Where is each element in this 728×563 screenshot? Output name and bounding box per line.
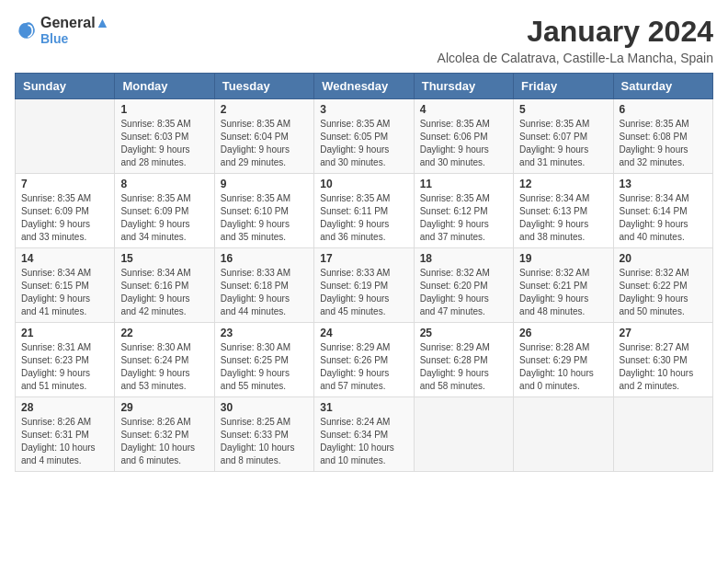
day-cell: 6Sunrise: 8:35 AM Sunset: 6:08 PM Daylig… [613,99,712,174]
week-row-3: 14Sunrise: 8:34 AM Sunset: 6:15 PM Dayli… [16,248,713,323]
day-cell: 11Sunrise: 8:35 AM Sunset: 6:12 PM Dayli… [414,174,513,248]
day-info: Sunrise: 8:26 AM Sunset: 6:32 PM Dayligh… [120,416,208,467]
day-cell: 17Sunrise: 8:33 AM Sunset: 6:19 PM Dayli… [314,248,414,323]
day-number: 5 [519,103,607,116]
day-info: Sunrise: 8:30 AM Sunset: 6:25 PM Dayligh… [221,341,308,393]
day-info: Sunrise: 8:34 AM Sunset: 6:14 PM Dayligh… [620,192,707,244]
day-info: Sunrise: 8:35 AM Sunset: 6:10 PM Dayligh… [221,192,308,244]
day-number: 6 [620,103,707,116]
day-info: Sunrise: 8:29 AM Sunset: 6:26 PM Dayligh… [320,341,407,393]
day-number: 14 [21,252,108,265]
day-number: 22 [120,327,208,339]
day-cell: 8Sunrise: 8:35 AM Sunset: 6:09 PM Daylig… [115,174,214,248]
day-number: 10 [320,178,407,190]
day-cell: 16Sunrise: 8:33 AM Sunset: 6:18 PM Dayli… [214,248,313,323]
day-number: 28 [21,401,108,414]
day-number: 21 [21,327,108,339]
day-number: 4 [420,103,507,116]
header-cell-saturday: Saturday [613,74,712,99]
day-number: 19 [519,252,607,265]
day-info: Sunrise: 8:25 AM Sunset: 6:33 PM Dayligh… [221,416,308,467]
day-number: 27 [620,327,707,339]
day-number: 9 [221,178,308,190]
day-info: Sunrise: 8:34 AM Sunset: 6:13 PM Dayligh… [519,192,607,244]
day-cell: 27Sunrise: 8:27 AM Sunset: 6:30 PM Dayli… [613,323,712,397]
day-cell: 4Sunrise: 8:35 AM Sunset: 6:06 PM Daylig… [414,99,513,174]
day-cell: 22Sunrise: 8:30 AM Sunset: 6:24 PM Dayli… [115,323,214,397]
day-cell: 12Sunrise: 8:34 AM Sunset: 6:13 PM Dayli… [514,174,613,248]
header-cell-sunday: Sunday [16,74,115,99]
day-cell [514,397,613,472]
day-number: 24 [320,327,407,339]
day-info: Sunrise: 8:34 AM Sunset: 6:16 PM Dayligh… [120,267,208,318]
day-info: Sunrise: 8:32 AM Sunset: 6:20 PM Dayligh… [420,267,507,318]
day-info: Sunrise: 8:26 AM Sunset: 6:31 PM Dayligh… [21,416,108,467]
day-cell [613,397,712,472]
day-number: 7 [21,178,108,190]
day-number: 13 [620,178,707,190]
day-cell: 3Sunrise: 8:35 AM Sunset: 6:05 PM Daylig… [314,99,414,174]
day-info: Sunrise: 8:35 AM Sunset: 6:06 PM Dayligh… [420,118,507,169]
day-number: 11 [420,178,507,190]
day-cell: 26Sunrise: 8:28 AM Sunset: 6:29 PM Dayli… [514,323,613,397]
calendar-body: 1Sunrise: 8:35 AM Sunset: 6:03 PM Daylig… [16,99,713,472]
day-cell: 5Sunrise: 8:35 AM Sunset: 6:07 PM Daylig… [514,99,613,174]
day-info: Sunrise: 8:29 AM Sunset: 6:28 PM Dayligh… [420,341,507,393]
page-header: General▲ Blue January 2024 Alcolea de Ca… [15,15,713,65]
header-cell-monday: Monday [115,74,214,99]
header-cell-friday: Friday [514,74,613,99]
day-cell: 13Sunrise: 8:34 AM Sunset: 6:14 PM Dayli… [613,174,712,248]
logo-text: General▲ Blue [40,15,109,46]
calendar-header: SundayMondayTuesdayWednesdayThursdayFrid… [16,74,713,99]
day-number: 3 [320,103,407,116]
day-info: Sunrise: 8:35 AM Sunset: 6:09 PM Dayligh… [120,192,208,244]
day-cell: 9Sunrise: 8:35 AM Sunset: 6:10 PM Daylig… [214,174,313,248]
logo: General▲ Blue [15,15,109,46]
day-number: 30 [221,401,308,414]
day-info: Sunrise: 8:27 AM Sunset: 6:30 PM Dayligh… [620,341,707,393]
day-cell: 10Sunrise: 8:35 AM Sunset: 6:11 PM Dayli… [314,174,414,248]
header-row: SundayMondayTuesdayWednesdayThursdayFrid… [16,74,713,99]
day-number: 29 [120,401,208,414]
day-number: 23 [221,327,308,339]
day-info: Sunrise: 8:33 AM Sunset: 6:19 PM Dayligh… [320,267,407,318]
day-cell: 7Sunrise: 8:35 AM Sunset: 6:09 PM Daylig… [16,174,115,248]
header-cell-wednesday: Wednesday [314,74,414,99]
day-number: 18 [420,252,507,265]
day-info: Sunrise: 8:34 AM Sunset: 6:15 PM Dayligh… [21,267,108,318]
day-number: 12 [519,178,607,190]
day-number: 20 [620,252,707,265]
day-cell [414,397,513,472]
day-number: 16 [221,252,308,265]
week-row-5: 28Sunrise: 8:26 AM Sunset: 6:31 PM Dayli… [16,397,713,472]
week-row-1: 1Sunrise: 8:35 AM Sunset: 6:03 PM Daylig… [16,99,713,174]
title-block: January 2024 Alcolea de Calatrava, Casti… [438,15,713,65]
day-info: Sunrise: 8:32 AM Sunset: 6:21 PM Dayligh… [519,267,607,318]
day-info: Sunrise: 8:35 AM Sunset: 6:04 PM Dayligh… [221,118,308,169]
calendar-table: SundayMondayTuesdayWednesdayThursdayFrid… [15,73,713,472]
day-info: Sunrise: 8:35 AM Sunset: 6:12 PM Dayligh… [420,192,507,244]
day-number: 1 [120,103,208,116]
week-row-4: 21Sunrise: 8:31 AM Sunset: 6:23 PM Dayli… [16,323,713,397]
day-info: Sunrise: 8:35 AM Sunset: 6:11 PM Dayligh… [320,192,407,244]
day-cell: 21Sunrise: 8:31 AM Sunset: 6:23 PM Dayli… [16,323,115,397]
day-cell: 15Sunrise: 8:34 AM Sunset: 6:16 PM Dayli… [115,248,214,323]
day-number: 2 [221,103,308,116]
day-info: Sunrise: 8:28 AM Sunset: 6:29 PM Dayligh… [519,341,607,393]
day-cell: 1Sunrise: 8:35 AM Sunset: 6:03 PM Daylig… [115,99,214,174]
day-cell: 30Sunrise: 8:25 AM Sunset: 6:33 PM Dayli… [214,397,313,472]
day-cell: 14Sunrise: 8:34 AM Sunset: 6:15 PM Dayli… [16,248,115,323]
day-number: 25 [420,327,507,339]
day-cell [16,99,115,174]
day-number: 8 [120,178,208,190]
day-cell: 23Sunrise: 8:30 AM Sunset: 6:25 PM Dayli… [214,323,313,397]
month-title: January 2024 [438,15,713,49]
day-info: Sunrise: 8:35 AM Sunset: 6:07 PM Dayligh… [519,118,607,169]
day-info: Sunrise: 8:35 AM Sunset: 6:05 PM Dayligh… [320,118,407,169]
header-cell-tuesday: Tuesday [214,74,313,99]
day-number: 31 [320,401,407,414]
day-number: 17 [320,252,407,265]
day-cell: 25Sunrise: 8:29 AM Sunset: 6:28 PM Dayli… [414,323,513,397]
day-info: Sunrise: 8:33 AM Sunset: 6:18 PM Dayligh… [221,267,308,318]
logo-icon [15,19,37,41]
